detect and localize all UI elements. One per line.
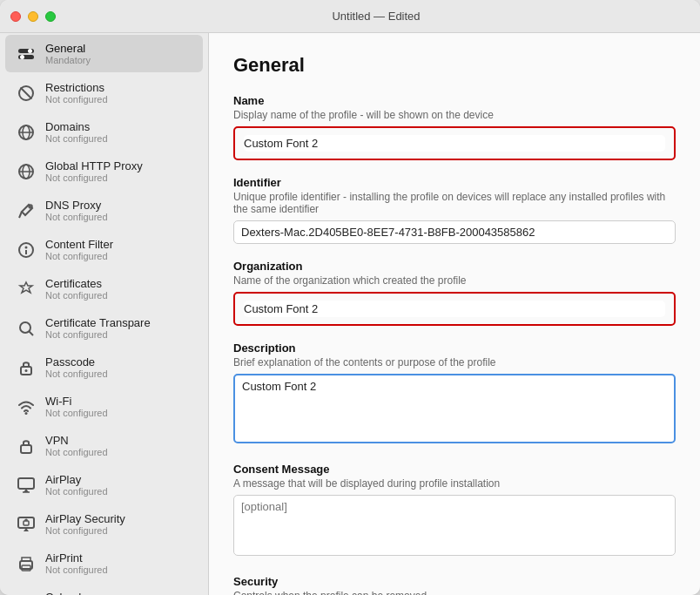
sidebar-item-airprint[interactable]: AirPrint Not configured	[5, 544, 203, 582]
toggle-icon	[16, 44, 37, 64]
certificate-transpare-text: Certificate Transpare Not configured	[45, 316, 151, 340]
printer-icon	[16, 553, 37, 574]
certificates-label: Certificates	[45, 277, 108, 290]
sidebar-item-domains[interactable]: Domains Not configured	[5, 113, 203, 151]
domains-sublabel: Not configured	[45, 133, 108, 144]
lock2-icon	[16, 436, 37, 456]
airplay-security-label: AirPlay Security	[45, 512, 125, 525]
restrictions-label: Restrictions	[45, 81, 108, 94]
svg-line-18	[30, 331, 34, 335]
consent-message-field-group: Consent Message A message that will be d…	[233, 463, 676, 559]
sidebar-item-certificates[interactable]: Certificates Not configured	[5, 270, 203, 308]
circle-icon	[16, 240, 37, 260]
certificates-text: Certificates Not configured	[45, 277, 108, 301]
certificate-transpare-label: Certificate Transpare	[45, 316, 151, 329]
lock-monitor-icon	[16, 514, 37, 535]
calendar-icon	[16, 592, 37, 596]
wifi-text: Wi-Fi Not configured	[45, 395, 108, 418]
sidebar-item-certificate-transpare[interactable]: Certificate Transpare Not configured	[5, 309, 203, 347]
certificates-sublabel: Not configured	[45, 290, 108, 301]
name-highlight-box	[233, 126, 676, 160]
passcode-text: Passcode Not configured	[45, 355, 108, 379]
globe-icon	[16, 122, 37, 143]
check-circle-icon	[16, 279, 37, 300]
maximize-button[interactable]	[45, 11, 56, 22]
organization-field-group: Organization Name of the organization wh…	[233, 260, 676, 326]
svg-line-12	[19, 212, 22, 218]
sidebar-item-calendar[interactable]: Calendar Not configured	[5, 584, 203, 595]
airprint-label: AirPrint	[45, 551, 108, 565]
general-sublabel: Mandatory	[45, 55, 91, 65]
sidebar-item-passcode[interactable]: Passcode Not configured	[5, 348, 203, 386]
svg-line-5	[21, 87, 32, 98]
calendar-text: Calendar Not configured	[45, 591, 108, 595]
sidebar-item-airplay[interactable]: AirPlay Not configured	[5, 466, 203, 504]
airplay-label: AirPlay	[45, 473, 108, 486]
wifi-label: Wi-Fi	[45, 395, 108, 408]
sidebar-item-content-filter[interactable]: Content Filter Not configured	[5, 231, 203, 268]
content-filter-label: Content Filter	[45, 238, 113, 251]
wifi-icon	[16, 396, 37, 417]
airplay-security-sublabel: Not configured	[45, 525, 125, 536]
security-label: Security	[233, 575, 676, 588]
security-field-group: Security Controls when the profile can b…	[233, 575, 676, 595]
consent-message-description: A message that will be displayed during …	[233, 477, 676, 490]
dns-proxy-text: DNS Proxy Not configured	[45, 199, 108, 222]
dns-proxy-sublabel: Not configured	[45, 212, 108, 222]
svg-rect-23	[18, 478, 34, 489]
svg-point-3	[20, 55, 24, 59]
sidebar-item-global-http-proxy[interactable]: Global HTTP Proxy Not configured	[5, 152, 203, 190]
svg-point-15	[25, 246, 28, 248]
block-icon	[16, 83, 37, 104]
name-label: Name	[233, 94, 676, 107]
identifier-input[interactable]	[233, 220, 676, 244]
identifier-label: Identifier	[233, 176, 676, 189]
sidebar-item-restrictions[interactable]: Restrictions Not configured	[5, 74, 203, 112]
description-label: Description	[233, 341, 676, 355]
description-textarea[interactable]: Custom Font 2	[233, 374, 676, 443]
general-label: General	[45, 42, 91, 55]
close-button[interactable]	[10, 11, 21, 22]
consent-message-label: Consent Message	[233, 463, 676, 476]
monitor-icon	[16, 475, 37, 496]
sidebar-item-dns-proxy[interactable]: DNS Proxy Not configured	[5, 192, 203, 229]
name-description: Display name of the profile - will be sh…	[233, 109, 676, 121]
sidebar-item-airplay-security[interactable]: AirPlay Security Not configured	[5, 505, 203, 543]
wifi-sublabel: Not configured	[45, 408, 108, 418]
organization-input[interactable]	[244, 301, 665, 317]
content-filter-text: Content Filter Not configured	[45, 238, 113, 261]
organization-description: Name of the organization which created t…	[233, 274, 676, 287]
name-input[interactable]	[244, 135, 665, 152]
airplay-sublabel: Not configured	[45, 486, 108, 497]
minimize-button[interactable]	[28, 11, 38, 22]
svg-rect-22	[21, 445, 31, 453]
general-text: General Mandatory	[45, 42, 91, 65]
window: Untitled — Edited General Mandatory	[0, 0, 700, 595]
domains-text: Domains Not configured	[45, 120, 108, 144]
description-field-group: Description Brief explanation of the con…	[233, 341, 676, 447]
svg-point-21	[25, 412, 28, 415]
organization-highlight-box	[233, 292, 676, 326]
airplay-text: AirPlay Not configured	[45, 473, 108, 497]
main-content: General Name Display name of the profile…	[209, 33, 700, 595]
lock-icon	[16, 357, 37, 378]
sidebar-item-general[interactable]: General Mandatory	[5, 35, 203, 72]
airprint-sublabel: Not configured	[45, 565, 108, 575]
description-description: Brief explanation of the contents or pur…	[233, 356, 676, 368]
airprint-text: AirPrint Not configured	[45, 551, 108, 575]
window-title: Untitled — Edited	[63, 10, 690, 23]
airplay-security-text: AirPlay Security Not configured	[45, 512, 125, 536]
consent-message-textarea[interactable]	[233, 495, 676, 556]
certificate-transpare-sublabel: Not configured	[45, 329, 151, 340]
svg-point-17	[20, 322, 30, 333]
organization-label: Organization	[233, 260, 676, 273]
sidebar: General Mandatory Restrictions Not confi…	[0, 33, 209, 595]
sidebar-item-vpn[interactable]: VPN Not configured	[5, 427, 203, 464]
svg-point-1	[28, 49, 32, 53]
svg-point-20	[25, 369, 28, 372]
passcode-label: Passcode	[45, 355, 108, 368]
svg-rect-26	[24, 521, 29, 525]
sidebar-item-wifi[interactable]: Wi-Fi Not configured	[5, 388, 203, 425]
global-http-proxy-label: Global HTTP Proxy	[45, 159, 143, 172]
app-body: General Mandatory Restrictions Not confi…	[0, 33, 700, 595]
